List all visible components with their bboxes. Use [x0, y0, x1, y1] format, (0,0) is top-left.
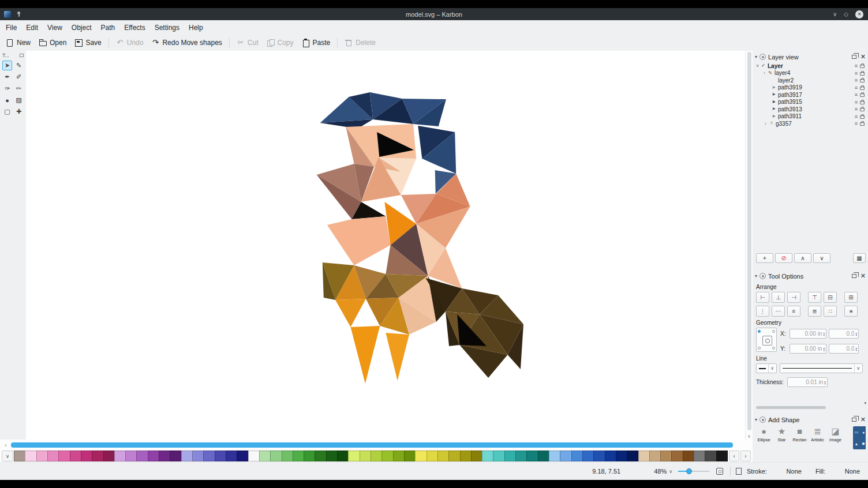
- titlebar[interactable]: model.svg – Karbon ∨ ◇ ✕: [0, 8, 868, 20]
- y-input[interactable]: 0.00 in ▴▾: [790, 344, 826, 354]
- paste-button[interactable]: Paste: [298, 36, 335, 49]
- menu-file[interactable]: File: [1, 21, 21, 34]
- color-swatch[interactable]: [248, 451, 260, 461]
- width-input[interactable]: 0.0 ▴▾: [829, 329, 859, 339]
- color-swatch[interactable]: [393, 451, 405, 461]
- delete-layer-button[interactable]: ⊘: [775, 253, 792, 263]
- color-swatch[interactable]: [114, 451, 126, 461]
- color-swatch[interactable]: [259, 451, 271, 461]
- color-swatch[interactable]: [549, 451, 560, 461]
- layer-row-g3357[interactable]: › ? g3357 ≡: [755, 120, 866, 127]
- color-swatch[interactable]: [293, 451, 304, 461]
- layer-properties-icon[interactable]: ≡: [855, 99, 857, 105]
- docker-scrollbar[interactable]: [756, 405, 859, 410]
- tool-options-header[interactable]: ▾ Tool Options ✕: [755, 271, 866, 281]
- color-swatch[interactable]: [627, 451, 638, 461]
- color-swatch[interactable]: [47, 451, 59, 461]
- color-swatch[interactable]: [448, 451, 460, 461]
- color-swatch[interactable]: [649, 451, 661, 461]
- color-swatch[interactable]: [125, 451, 137, 461]
- color-swatch[interactable]: [493, 451, 504, 461]
- color-swatch[interactable]: [526, 451, 538, 461]
- layer-properties-icon[interactable]: ≡: [855, 106, 857, 112]
- new-button[interactable]: New: [2, 36, 35, 49]
- lock-icon[interactable]: [859, 77, 865, 83]
- open-button[interactable]: Open: [35, 36, 70, 49]
- spinner-icons[interactable]: ▴▾: [824, 380, 826, 385]
- artwork-polygon[interactable]: [335, 299, 366, 327]
- layer-row-layer4[interactable]: › ✎ layer4 ≡: [755, 70, 866, 77]
- color-swatch[interactable]: [282, 451, 293, 461]
- color-swatch[interactable]: [159, 451, 170, 461]
- layer-row-path3919[interactable]: ➤ path3919 ≡: [755, 84, 866, 92]
- shape-collection-tile[interactable]: ▭●▲◆: [853, 426, 866, 449]
- scroll-left-icon[interactable]: ‹: [2, 441, 10, 449]
- zoom-select[interactable]: 48% ∨: [654, 468, 672, 475]
- color-swatch[interactable]: [515, 451, 527, 461]
- menu-settings[interactable]: Settings: [150, 21, 184, 34]
- color-swatch[interactable]: [593, 451, 605, 461]
- shape-star[interactable]: ★ Star: [773, 426, 791, 442]
- lock-icon[interactable]: [859, 85, 865, 91]
- color-swatch[interactable]: [705, 451, 716, 461]
- color-swatch[interactable]: [25, 451, 36, 461]
- spinner-icons[interactable]: ▴▾: [823, 332, 825, 336]
- thickness-input[interactable]: 0.01 in ▴▾: [787, 377, 828, 387]
- expander-icon[interactable]: ›: [762, 71, 767, 75]
- collapse-icon[interactable]: ▾: [755, 54, 757, 59]
- palette-next-button[interactable]: ›: [740, 451, 751, 461]
- shade-button[interactable]: ∨: [833, 12, 837, 17]
- color-swatch[interactable]: [181, 451, 193, 461]
- menu-edit[interactable]: Edit: [21, 21, 43, 34]
- height-input[interactable]: 0.0 ▴▾: [829, 344, 859, 354]
- spinner-icons[interactable]: ▴▾: [823, 347, 825, 351]
- align-top-button[interactable]: ⊤: [808, 292, 821, 303]
- lock-icon[interactable]: [859, 63, 865, 69]
- float-icon[interactable]: [852, 274, 856, 278]
- color-swatch[interactable]: [538, 451, 549, 461]
- color-swatch[interactable]: [471, 451, 482, 461]
- float-icon[interactable]: [852, 418, 856, 422]
- artwork-svg[interactable]: [26, 51, 753, 440]
- tool-pan[interactable]: ✚: [14, 107, 24, 117]
- zoom-slider-handle[interactable]: [686, 468, 692, 474]
- lock-icon[interactable]: [859, 106, 865, 112]
- distribute-v-button[interactable]: ⋮: [756, 306, 769, 317]
- lower-layer-button[interactable]: ∨: [813, 253, 830, 263]
- redo-button[interactable]: ↷ Redo Move shapes: [147, 36, 226, 49]
- color-swatch[interactable]: [404, 451, 416, 461]
- color-swatch[interactable]: [415, 451, 426, 461]
- tool-pencil[interactable]: ✎: [14, 61, 24, 70]
- menu-object[interactable]: Object: [67, 21, 96, 34]
- undo-button[interactable]: ↶ Undo: [112, 36, 148, 49]
- tool-gradient[interactable]: ▨: [14, 95, 24, 105]
- anchor-selector[interactable]: [756, 328, 777, 352]
- color-swatch[interactable]: [226, 451, 237, 461]
- collapse-icon[interactable]: ▾: [755, 417, 757, 422]
- delete-button[interactable]: Delete: [341, 36, 380, 49]
- color-swatch[interactable]: [426, 451, 438, 461]
- distribute-h-button[interactable]: ⋯: [772, 306, 785, 317]
- color-swatch[interactable]: [136, 451, 148, 461]
- canvas[interactable]: ∨: [26, 51, 753, 440]
- stroke-value[interactable]: None: [785, 468, 802, 475]
- layer-row-path3913[interactable]: ➤ path3913 ≡: [755, 106, 866, 113]
- close-docker-icon[interactable]: ✕: [860, 54, 866, 60]
- color-swatch[interactable]: [560, 451, 571, 461]
- add-shape-header[interactable]: ▾ Add Shape ✕: [755, 415, 866, 425]
- line-cap-select[interactable]: ∨: [756, 363, 777, 373]
- copy-button[interactable]: Copy: [263, 36, 298, 49]
- color-swatch[interactable]: [371, 451, 382, 461]
- shape-artistic-text[interactable]: ≣ Artistic: [809, 426, 826, 442]
- color-swatch[interactable]: [192, 451, 204, 461]
- anchor-dot-bottom-right[interactable]: [772, 347, 775, 350]
- layer-properties-icon[interactable]: ≡: [855, 114, 857, 119]
- tool-brush[interactable]: ●: [2, 95, 12, 105]
- shape-ellipse[interactable]: ● Ellipse: [755, 426, 773, 442]
- color-swatch[interactable]: [315, 451, 326, 461]
- layer-properties-icon[interactable]: ≡: [855, 70, 857, 76]
- x-input[interactable]: 0.00 in ▴▾: [790, 329, 826, 339]
- color-swatch[interactable]: [660, 451, 672, 461]
- color-swatch[interactable]: [70, 451, 81, 461]
- color-swatch[interactable]: [348, 451, 360, 461]
